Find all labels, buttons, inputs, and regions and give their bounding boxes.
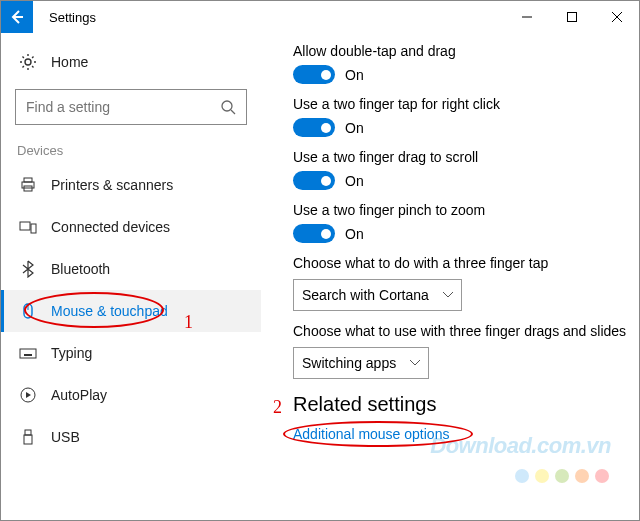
dot-icon — [535, 469, 549, 483]
chevron-down-icon — [443, 292, 453, 298]
gear-icon — [19, 53, 37, 71]
sidebar-item-typing[interactable]: Typing — [1, 332, 261, 374]
window-controls — [504, 1, 639, 33]
dot-icon — [555, 469, 569, 483]
setting-two-finger-scroll: Use a two finger drag to scroll On — [293, 149, 639, 190]
sidebar-item-label: AutoPlay — [51, 387, 107, 403]
select-three-tap[interactable]: Search with Cortana — [293, 279, 462, 311]
toggle-two-finger-scroll[interactable] — [293, 171, 335, 190]
annotation-number-2: 2 — [273, 397, 282, 418]
svg-point-4 — [25, 59, 31, 65]
autoplay-icon — [19, 386, 37, 404]
maximize-button[interactable] — [549, 1, 594, 33]
select-value: Search with Cortana — [302, 287, 429, 303]
dot-icon — [515, 469, 529, 483]
sidebar-item-label: Printers & scanners — [51, 177, 173, 193]
sidebar-item-usb[interactable]: USB — [1, 416, 261, 458]
home-label: Home — [51, 54, 88, 70]
setting-two-finger-right: Use a two finger tap for right click On — [293, 96, 639, 137]
svg-rect-11 — [31, 224, 36, 233]
annotation-number-1: 1 — [184, 312, 193, 333]
home-link[interactable]: Home — [1, 41, 261, 83]
toggle-state: On — [345, 67, 364, 83]
keyboard-icon — [19, 344, 37, 362]
svg-line-6 — [231, 110, 235, 114]
setting-label: Use a two finger drag to scroll — [293, 149, 639, 165]
toggle-two-finger-right[interactable] — [293, 118, 335, 137]
svg-rect-21 — [24, 435, 32, 444]
toggle-state: On — [345, 173, 364, 189]
setting-label: Allow double-tap and drag — [293, 43, 639, 59]
maximize-icon — [567, 12, 577, 22]
sidebar-item-label: Connected devices — [51, 219, 170, 235]
additional-mouse-options-link[interactable]: Additional mouse options — [293, 426, 449, 442]
setting-three-tap: Choose what to do with a three finger ta… — [293, 255, 639, 311]
svg-rect-8 — [24, 178, 32, 182]
svg-rect-14 — [20, 349, 36, 358]
dot-icon — [575, 469, 589, 483]
annotation-oval-1 — [24, 292, 164, 328]
svg-rect-10 — [20, 222, 30, 230]
connected-devices-icon — [19, 218, 37, 236]
sidebar-item-autoplay[interactable]: AutoPlay — [1, 374, 261, 416]
toggle-double-tap[interactable] — [293, 65, 335, 84]
sidebar-item-printers[interactable]: Printers & scanners — [1, 164, 261, 206]
search-box[interactable] — [15, 89, 247, 125]
close-icon — [612, 12, 622, 22]
setting-double-tap: Allow double-tap and drag On — [293, 43, 639, 84]
minimize-button[interactable] — [504, 1, 549, 33]
setting-label: Use a two finger pinch to zoom — [293, 202, 639, 218]
svg-rect-20 — [25, 430, 31, 435]
toggle-state: On — [345, 226, 364, 242]
setting-label: Use a two finger tap for right click — [293, 96, 639, 112]
watermark-dots — [515, 469, 609, 483]
chevron-down-icon — [410, 360, 420, 366]
dot-icon — [595, 469, 609, 483]
section-label: Devices — [1, 135, 261, 164]
setting-two-finger-zoom: Use a two finger pinch to zoom On — [293, 202, 639, 243]
sidebar-item-bluetooth[interactable]: Bluetooth — [1, 248, 261, 290]
usb-icon — [19, 428, 37, 446]
titlebar: Settings — [1, 1, 639, 33]
arrow-left-icon — [9, 9, 25, 25]
sidebar-item-mouse[interactable]: Mouse & touchpad 1 — [1, 290, 261, 332]
minimize-icon — [522, 12, 532, 22]
bluetooth-icon — [19, 260, 37, 278]
sidebar-item-label: Bluetooth — [51, 261, 110, 277]
content-area: Home Devices Printers & scanners Connect… — [1, 33, 639, 520]
search-icon — [220, 99, 236, 115]
related-heading: Related settings — [293, 393, 639, 416]
annotation-oval-2 — [283, 421, 473, 447]
setting-label: Choose what to do with a three finger ta… — [293, 255, 639, 271]
toggle-state: On — [345, 120, 364, 136]
close-button[interactable] — [594, 1, 639, 33]
search-input[interactable] — [26, 99, 206, 115]
sidebar: Home Devices Printers & scanners Connect… — [1, 33, 261, 520]
setting-three-drag: Choose what to use with three finger dra… — [293, 323, 639, 379]
toggle-two-finger-zoom[interactable] — [293, 224, 335, 243]
printer-icon — [19, 176, 37, 194]
sidebar-item-label: Typing — [51, 345, 92, 361]
sidebar-item-connected[interactable]: Connected devices — [1, 206, 261, 248]
settings-panel: Allow double-tap and drag On Use a two f… — [261, 33, 639, 520]
back-button[interactable] — [1, 1, 33, 33]
setting-label: Choose what to use with three finger dra… — [293, 323, 639, 339]
sidebar-item-label: USB — [51, 429, 80, 445]
svg-point-5 — [222, 101, 232, 111]
window-title: Settings — [49, 10, 96, 25]
svg-rect-1 — [567, 13, 576, 22]
select-three-drag[interactable]: Switching apps — [293, 347, 429, 379]
select-value: Switching apps — [302, 355, 396, 371]
